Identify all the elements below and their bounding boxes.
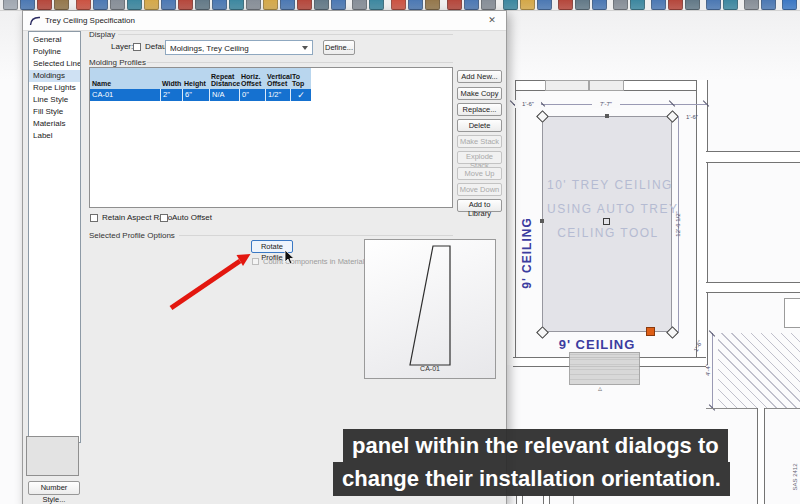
group-rule xyxy=(147,62,453,63)
edge-handle-top[interactable] xyxy=(605,114,609,118)
toolbar-icon[interactable] xyxy=(706,0,721,10)
selected-edge-handle[interactable] xyxy=(646,327,655,336)
selected-profile-group-label: Selected Profile Options xyxy=(89,231,175,240)
column-header-horiz: Horiz. Offset xyxy=(239,72,265,89)
subtitle-line-1: panel within the relevant dialogs to xyxy=(343,429,728,462)
molding-profiles-group-label: Molding Profiles xyxy=(89,58,146,67)
explode-stack-button: Explode Stack xyxy=(457,151,502,164)
retain-aspect-ratio-checkbox[interactable] xyxy=(90,214,98,222)
toolbar-icon[interactable] xyxy=(246,0,261,10)
wall-bottom-right-vertical xyxy=(757,408,765,504)
define-button[interactable]: Define... xyxy=(323,40,355,55)
dimension-line-deck xyxy=(712,333,713,408)
make-copy-button[interactable]: Make Copy xyxy=(457,87,502,100)
toolbar-icon[interactable] xyxy=(391,0,406,10)
center-handle[interactable] xyxy=(603,218,610,225)
toolbar-icon[interactable] xyxy=(668,0,683,10)
toolbar-icon[interactable] xyxy=(331,0,346,10)
toolbar-icon[interactable] xyxy=(37,0,52,10)
toolbar-icon[interactable] xyxy=(425,0,440,10)
window-top-1 xyxy=(545,80,589,91)
add-new-button[interactable]: Add New... xyxy=(457,70,502,83)
dialog-title: Trey Ceiling Specification xyxy=(45,16,135,25)
toolbar-icon[interactable] xyxy=(520,0,535,10)
profile-preview-caption: CA-01 xyxy=(365,365,495,372)
toolbar-icon[interactable] xyxy=(761,0,776,10)
wall-sliver-line xyxy=(573,495,574,504)
toolbar-icon[interactable] xyxy=(229,0,244,10)
toolbar-icon[interactable] xyxy=(161,0,176,10)
column-header-to-top: To Top xyxy=(290,72,311,89)
toolbar-icon[interactable] xyxy=(93,0,108,10)
room-label-left: 9' CEILING xyxy=(520,217,534,289)
replace-button[interactable]: Replace... xyxy=(457,103,502,116)
toolbar-icon[interactable] xyxy=(782,0,797,10)
sidebar-item-line-style[interactable]: Line Style xyxy=(29,94,80,106)
sidebar-item-rope-lights[interactable]: Rope Lights xyxy=(29,82,80,94)
deck-bottom-line xyxy=(706,408,800,409)
sidebar-item-general[interactable]: General xyxy=(29,34,80,46)
toolbar-icon[interactable] xyxy=(127,0,142,10)
toolbar-icon[interactable] xyxy=(481,0,496,10)
toolbar-icon[interactable] xyxy=(76,0,91,10)
fireplace-marker: ▵ xyxy=(598,384,602,393)
add-to-library-button[interactable]: Add to Library xyxy=(457,199,502,212)
auto-offset-checkbox[interactable] xyxy=(160,214,168,222)
toolbar-icon[interactable] xyxy=(178,0,193,10)
molding-profile-row[interactable]: CA-01 2" 6" N/A 0" 1/2" ✓ xyxy=(90,89,311,101)
default-layer-checkbox[interactable] xyxy=(133,43,141,51)
sidebar-item-polyline[interactable]: Polyline xyxy=(29,46,80,58)
sidebar-item-moldings[interactable]: Moldings xyxy=(29,70,80,82)
toolbar-icon[interactable] xyxy=(314,0,329,10)
toolbar-icon[interactable] xyxy=(110,0,125,10)
delete-button[interactable]: Delete xyxy=(457,119,502,132)
toolbar-icon[interactable] xyxy=(613,0,628,10)
layer-dropdown[interactable]: Moldings, Trey Ceiling xyxy=(165,40,313,55)
toolbar-icon[interactable] xyxy=(447,0,462,10)
dim-deck: 4'-4" xyxy=(704,358,712,382)
polyline-tool-icon xyxy=(29,14,42,27)
group-rule xyxy=(118,34,453,35)
toolbar-icon[interactable] xyxy=(297,0,312,10)
dialog-close-button[interactable]: ✕ xyxy=(485,13,499,27)
toolbar-icon[interactable] xyxy=(408,0,423,10)
window-size-label: SAS 2412 xyxy=(791,459,799,495)
toolbar-icon[interactable] xyxy=(558,0,573,10)
toolbar-icon[interactable] xyxy=(503,0,518,10)
toolbar-icon[interactable] xyxy=(575,0,590,10)
toolbar-icon[interactable] xyxy=(3,0,18,10)
toolbar-icon[interactable] xyxy=(144,0,159,10)
column-header-width: Width xyxy=(160,79,182,89)
toolbar-icon[interactable] xyxy=(651,0,666,10)
dialog-title-bar[interactable]: Trey Ceiling Specification ✕ xyxy=(23,11,506,31)
toolbar-icon[interactable] xyxy=(744,0,759,10)
layer-dropdown-value: Moldings, Trey Ceiling xyxy=(170,44,249,53)
toolbar-icon[interactable] xyxy=(723,0,738,10)
toolbar-icon[interactable] xyxy=(464,0,479,10)
toolbar-icon[interactable] xyxy=(630,0,645,10)
number-style-button[interactable]: Number Style... xyxy=(28,481,80,495)
toolbar-icon[interactable] xyxy=(195,0,210,10)
toolbar-icon[interactable] xyxy=(352,0,367,10)
toolbar-icon[interactable] xyxy=(20,0,35,10)
display-group-label: Display xyxy=(89,30,115,39)
sidebar-item-selected-line[interactable]: Selected Line xyxy=(29,58,80,70)
edge-handle-left[interactable] xyxy=(540,219,544,223)
layer-label: Layer: xyxy=(111,42,133,51)
toolbar-icon[interactable] xyxy=(54,0,69,10)
toolbar-icon[interactable] xyxy=(685,0,700,10)
toolbar-icon[interactable] xyxy=(537,0,552,10)
sidebar-item-materials[interactable]: Materials xyxy=(29,118,80,130)
cell-repeat: N/A xyxy=(209,89,239,101)
toolbar-icon[interactable] xyxy=(369,0,384,10)
dim-top-center: 7'-7" xyxy=(592,100,620,108)
toolbar-icon[interactable] xyxy=(280,0,295,10)
toolbar-icon[interactable] xyxy=(592,0,607,10)
toolbar-icon[interactable] xyxy=(263,0,278,10)
sidebar-item-fill-style[interactable]: Fill Style xyxy=(29,106,80,118)
profile-preview: CA-01 xyxy=(364,239,496,379)
move-down-button: Move Down xyxy=(457,183,502,196)
cell-vertical-offset: 1/2" xyxy=(265,89,290,101)
toolbar-icon[interactable] xyxy=(212,0,227,10)
sidebar-item-label[interactable]: Label xyxy=(29,130,80,142)
